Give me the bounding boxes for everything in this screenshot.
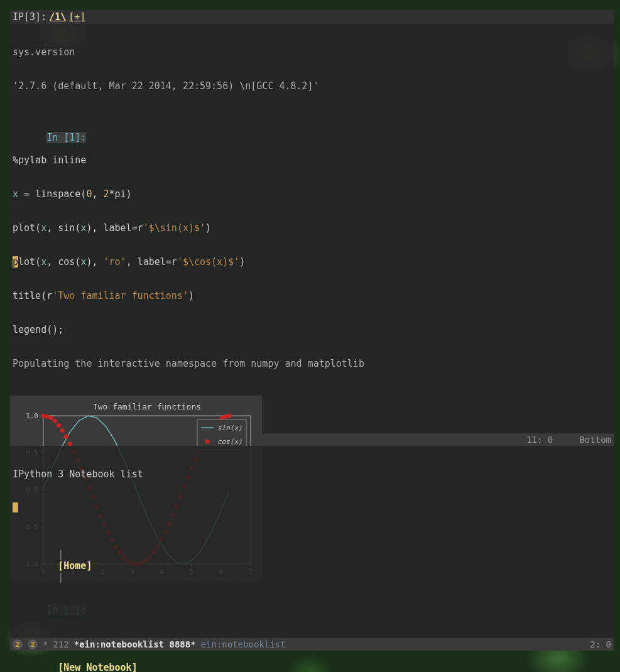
separator: | [58,549,63,560]
editor-pane-bottom: IPython 3 Notebook list | [Home] | [New … [10,446,614,638]
svg-point-34 [64,435,68,439]
tab-add-button[interactable]: [+] [68,11,85,23]
home-link[interactable]: [Home] [58,560,92,572]
cell-output-0: sys.version '2.7.6 (default, Mar 22 2014… [10,24,614,114]
cell-1[interactable]: In [1]: %pylab inline x = linspace(0, 2*… [10,121,614,392]
code-line[interactable]: plot(x, sin(x), label=r'$\sin(x)$') [13,222,611,234]
separator: | [58,572,63,583]
output-line: Populating the interactive namespace fro… [13,358,611,369]
svg-point-30 [49,416,53,420]
svg-point-31 [53,419,57,423]
tab-active[interactable]: /1\ [49,11,66,23]
svg-point-29 [45,415,50,419]
code-line[interactable]: plot(x, cos(x), 'ro', label=r'$\cos(x)$'… [13,256,611,268]
svg-text:Two familiar functions: Two familiar functions [93,402,201,411]
editor-pane-top: IP[3]: /1\ [+] sys.version '2.7.6 (defau… [10,10,614,433]
svg-text:1.0: 1.0 [26,412,38,420]
tab-prefix: IP[3]: [13,11,46,23]
code-line[interactable]: %pylab inline [13,154,611,166]
svg-text:cos(x): cos(x) [217,438,242,446]
svg-text:sin(x): sin(x) [217,424,242,432]
code-line[interactable]: x = linspace(0, 2*pi) [13,188,611,200]
svg-point-28 [41,414,46,418]
code-line[interactable]: legend(); [13,324,611,335]
in-prompt: In [1]: [46,132,86,143]
cursor: p [13,256,18,268]
svg-point-81 [205,440,210,444]
svg-point-77 [227,414,232,418]
tab-bar: IP[3]: /1\ [+] [10,10,614,24]
svg-point-32 [57,423,61,428]
code-line[interactable]: title(r'Two familiar functions') [13,290,611,301]
cursor [13,502,18,512]
output-line: '2.7.6 (default, Mar 22 2014, 22:59:56) … [13,80,611,92]
svg-point-33 [60,428,65,433]
notebook-list-title: IPython 3 Notebook list [13,469,611,480]
output-line: sys.version [13,46,611,58]
new-notebook-button[interactable]: [New Notebook] [58,662,137,672]
